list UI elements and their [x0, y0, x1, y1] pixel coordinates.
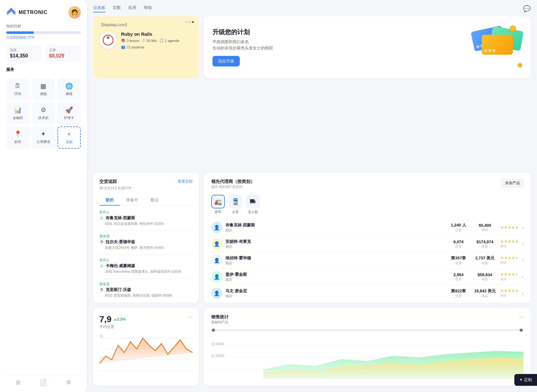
- tab-new[interactable]: 新的: [99, 195, 120, 205]
- stat-label: 交货: [448, 277, 469, 281]
- service-item-hospitality[interactable]: 📍 款待: [6, 126, 30, 149]
- upgrade-button[interactable]: 现在升级: [212, 56, 240, 66]
- dealer-info-4: 盖伊·霍金斯 南区: [225, 272, 444, 282]
- rating-label: 评分: [500, 261, 519, 265]
- meta-lessons: 📚 3 lesson: [121, 39, 139, 43]
- logo-area: METRONIC: [6, 7, 48, 17]
- progress-bar-fill: [6, 31, 34, 34]
- sales-card: 销售统计 最畅销产品 ···: [204, 308, 531, 386]
- avg-chart: 10 7.75: [99, 331, 193, 374]
- service-item-tech[interactable]: ⚙ 技术的: [32, 103, 55, 124]
- dealer-arrow[interactable]: ›: [522, 274, 523, 279]
- tab-shipping[interactable]: 船运: [144, 195, 165, 205]
- services-grid: 🗓 活动 ▦ 保险 🌐 网络 📊 金融的 ⚙ 技术的 🚀 护理卡 📍 款待 ✦: [6, 79, 81, 149]
- category-tab-train[interactable]: 🚆 火车: [229, 195, 242, 214]
- service-item-activity[interactable]: 🗓 活动: [6, 79, 30, 100]
- category-tab-truck[interactable]: 🚛 货车: [211, 195, 225, 214]
- dealer-arrow[interactable]: ›: [522, 225, 523, 230]
- service-label: 活动: [14, 91, 21, 96]
- dot-1: [186, 21, 188, 23]
- settings-icon[interactable]: ⚙: [66, 379, 71, 386]
- utility-icon: ✦: [41, 130, 46, 138]
- status-icon-blue: 📍: [99, 288, 104, 292]
- range-handle-right[interactable]: [520, 329, 523, 332]
- more-icon[interactable]: ···: [189, 314, 193, 320]
- goal-percent: 已达到目标的 37%: [6, 35, 81, 40]
- avatar[interactable]: 🧑: [68, 6, 81, 19]
- nav-link-apps[interactable]: 应用: [128, 5, 136, 12]
- train-label: 火车: [232, 210, 239, 214]
- stat-label: 交货: [448, 294, 469, 298]
- expense-card: 花费 $8,029: [45, 45, 81, 62]
- sales-title: 销售统计: [211, 314, 229, 320]
- stars: ★★★★★: [500, 272, 519, 276]
- dealer-region: 南区: [225, 244, 444, 249]
- svg-text:2,500: 2,500: [211, 354, 224, 358]
- truck-icon-wrap: 🚛: [211, 195, 225, 208]
- dealer-row-4: 👤 盖伊·霍金斯 南区 2,954 交货 $59,634 收益 ★★★★★: [211, 269, 523, 285]
- service-item-add[interactable]: + 添新: [57, 126, 81, 149]
- range-slider[interactable]: [211, 330, 523, 331]
- service-item-carecard[interactable]: 🚀 护理卡: [57, 103, 81, 124]
- dealer-avatar-2: 👤: [211, 238, 222, 249]
- layers-icon[interactable]: ⊞: [16, 379, 20, 386]
- dealer-revenue-3: 2,737 美元 收益: [472, 255, 497, 265]
- add-product-button[interactable]: 添加产品: [502, 179, 523, 187]
- dealer-stat-1: 1,240 人 交货: [448, 222, 469, 232]
- nav-links: 仪表板 页数 应用 帮助: [93, 5, 152, 12]
- service-item-insurance[interactable]: ▦ 保险: [32, 79, 55, 100]
- sidebar-header: METRONIC 🧑: [6, 6, 81, 19]
- sales-subtitle: 最畅销产品: [211, 320, 229, 325]
- svg-text:7.75: 7.75: [99, 357, 105, 361]
- dealer-avatar-4: 👤: [211, 271, 222, 282]
- dealer-name: 盖伊·霍金斯: [225, 272, 444, 277]
- service-item-finance[interactable]: 📊 金融的: [6, 103, 30, 124]
- category-tab-drone[interactable]: ⛟ 无人机: [246, 195, 260, 214]
- entry-name: ✓ 卡梅伦·威廉姆森: [99, 263, 193, 269]
- course-meta: 📚 3 lesson ⏱ 50 Min 📋 1 agenda 👥: [121, 39, 193, 49]
- course-logo: [99, 31, 117, 49]
- dealer-arrow[interactable]: ›: [522, 258, 523, 263]
- expense-value: $8,029: [49, 53, 77, 59]
- service-item-utility[interactable]: ✦ 公用事业: [32, 126, 55, 149]
- rating-label: 评分: [500, 277, 519, 281]
- nav-link-pages[interactable]: 页数: [113, 5, 121, 12]
- entry-name: ✓ 布鲁克林·西蒙斯: [99, 215, 193, 221]
- chat-icon[interactable]: 💬: [523, 5, 531, 12]
- budget-card: 预算 $14,350: [6, 45, 42, 62]
- entry-address: 8502 普雷斯顿路, 英格尔伍德, 缅因州 98380: [99, 293, 193, 298]
- dealer-arrow[interactable]: ›: [522, 241, 523, 246]
- file-icon[interactable]: 📄: [40, 379, 47, 386]
- service-item-network[interactable]: 🌐 网络: [57, 79, 81, 100]
- status-icon-green: ✓: [99, 264, 104, 268]
- stat-value: 第357章: [448, 255, 469, 261]
- dealer-arrow[interactable]: ›: [522, 291, 523, 296]
- delivery-card: 交货追踪 查看全部 56 次交付正在进行中 新的 准备中 船运 发件人 ✓ 布鲁…: [93, 173, 199, 303]
- entry-address: 3891 Ranchview 理查森博士, 加利福尼亚州 62639: [99, 269, 193, 274]
- delivery-subtitle: 56 次交付正在进行中: [99, 186, 193, 190]
- drone-icon-wrap: ⛟: [246, 195, 260, 208]
- dot-3: [192, 21, 194, 23]
- role-label: 发件人: [99, 258, 193, 262]
- service-label: 金融的: [13, 116, 23, 120]
- dealer-name: 安妮特·布莱克: [225, 239, 444, 244]
- upgrade-desc: 平面插图和我们多色 生动的未混合紫色头发女士的精彩: [212, 39, 273, 51]
- third-row: 7,9 ▲2.2% 平均位置 ···: [93, 308, 531, 386]
- dealer-rating-1: ★★★★★: [500, 225, 519, 230]
- add-icon: +: [67, 131, 71, 138]
- dealer-rating-4: ★★★★★ 评分: [500, 272, 519, 281]
- revenue-value: 19,842 美元: [472, 288, 497, 294]
- entry-address: 星家大道2464号 梅萨, 新泽西州 45463: [99, 245, 193, 250]
- network-icon: 🌐: [65, 82, 73, 90]
- sales-more-icon[interactable]: ···: [519, 314, 523, 320]
- range-handle-left[interactable]: [212, 329, 215, 332]
- see-all-link[interactable]: 查看全部: [178, 179, 193, 184]
- tab-preparing[interactable]: 准备中: [120, 195, 144, 205]
- nav-link-dashboard[interactable]: 仪表板: [93, 5, 105, 12]
- logo-icon: [6, 7, 16, 17]
- avg-label: 平均位置: [99, 324, 125, 330]
- dealer-name: 马文·麦金尼: [225, 288, 444, 294]
- customize-button[interactable]: ✦ 定制: [514, 374, 537, 386]
- nav-link-help[interactable]: 帮助: [144, 5, 152, 12]
- train-icon-wrap: 🚆: [229, 195, 242, 208]
